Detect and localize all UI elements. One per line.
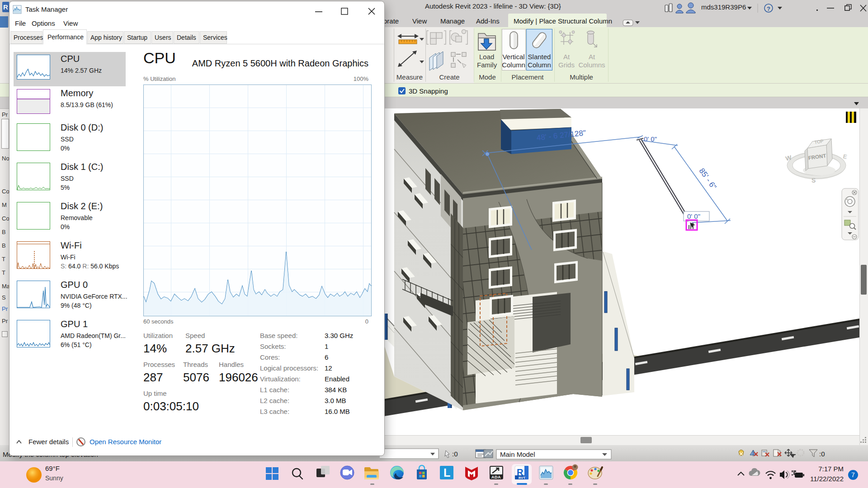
svg-text:RVT: RVT	[519, 476, 525, 480]
svg-text:L: L	[443, 466, 450, 479]
svg-text:S: S	[811, 177, 816, 184]
svg-text:ADA: ADA	[491, 475, 501, 479]
svg-text:E: E	[842, 153, 848, 160]
svg-text:11/22/2022: 11/22/2022	[810, 475, 844, 483]
svg-text:Sunny: Sunny	[45, 474, 63, 482]
svg-text:7: 7	[851, 471, 855, 479]
svg-text:69°F: 69°F	[45, 465, 60, 472]
svg-text:85' - 6": 85' - 6"	[697, 167, 718, 191]
svg-text:0' 0": 0' 0"	[687, 212, 700, 220]
svg-text:0' 0": 0' 0"	[644, 135, 657, 143]
svg-text:W: W	[785, 154, 793, 162]
svg-text:7:17 PM: 7:17 PM	[818, 465, 844, 473]
